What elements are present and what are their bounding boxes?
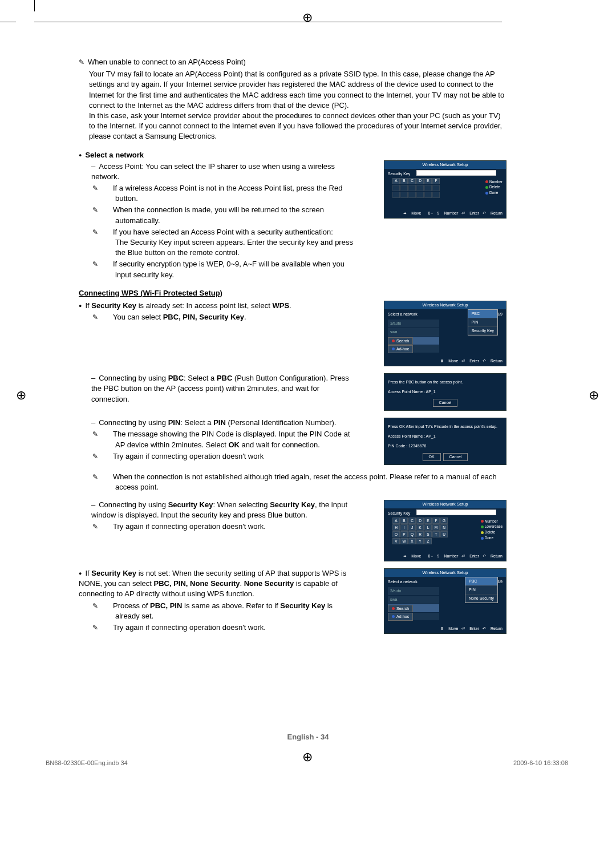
note-icon: ✎ xyxy=(79,58,87,67)
registration-mark: ⊕ xyxy=(302,9,313,27)
crop-line xyxy=(0,22,16,22)
list-item: Connecting by using Security Key: When s… xyxy=(91,500,358,520)
note-item: ✎If you have selected an Access Point wi… xyxy=(104,227,358,258)
list-item: If Security Key is already set: In acces… xyxy=(79,301,358,311)
tv-screenshot-pin: Press OK After input TV's Pincode in the… xyxy=(384,418,506,465)
tv-screenshot-select-network-seckey: Wireless Network Setup Select a network3… xyxy=(384,301,506,366)
paragraph: In this case, ask your Internet service … xyxy=(89,111,506,142)
crop-line xyxy=(34,0,35,11)
list-item: Connecting by using PBC: Select a PBC (P… xyxy=(91,373,358,405)
note-item: ✎Process of PBC, PIN is same as above. R… xyxy=(104,601,358,621)
tv-screenshot-security-key-af: Wireless Network Setup Security Key ABCD… xyxy=(384,160,506,219)
note-item: ✎Try again if connecting operation doesn… xyxy=(104,622,358,633)
note-item: ✎If security encryption type is WEP, 0~9… xyxy=(104,259,358,280)
note-item: ✎Try again if connecting operation doesn… xyxy=(104,451,358,462)
crop-line xyxy=(34,22,502,22)
registration-mark: ⊕ xyxy=(16,387,26,405)
page-content: ✎When unable to connect to an AP(Access … xyxy=(79,57,506,641)
note-item: ✎Try again if connecting operation doesn… xyxy=(104,521,358,532)
registration-mark: ⊕ xyxy=(589,387,599,405)
list-item: Access Point: You can select the IP shar… xyxy=(91,161,358,182)
paragraph: Your TV may fail to locate an AP(Access … xyxy=(89,69,506,111)
note-text: When unable to connect to an AP(Access P… xyxy=(88,58,246,66)
note-item: ✎When the connection is not established … xyxy=(104,472,506,492)
note-item: ✎When the connection is made, you will b… xyxy=(104,205,358,225)
footer-filename: BN68-02330E-00Eng.indb 34 xyxy=(46,759,128,767)
registration-mark: ⊕ xyxy=(302,749,313,766)
tv-screenshot-security-key-full: Wireless Network Setup Security Key ABCD… xyxy=(384,500,506,561)
section-heading: Connecting WPS (Wi-Fi Protected Setup) xyxy=(79,288,506,298)
tv-screenshot-pbc: Press the PBC button on the access point… xyxy=(384,373,506,411)
list-item: Connecting by using PIN: Select a PIN (P… xyxy=(91,418,358,428)
section-title: Select a network xyxy=(85,151,144,159)
page-number: English - 34 xyxy=(0,732,616,742)
tv-screenshot-select-network-nonesec: Wireless Network Setup Select a network3… xyxy=(384,568,506,634)
note-item: ✎The message showing the PIN Code is dis… xyxy=(104,429,358,450)
footer-timestamp: 2009-6-10 16:33:08 xyxy=(513,759,568,767)
note-item: ✎You can select PBC, PIN, Security Key. xyxy=(104,312,358,322)
note-item: ✎If a wireless Access Point is not in th… xyxy=(104,183,358,204)
list-item: If Security Key is not set: When the sec… xyxy=(79,568,358,600)
